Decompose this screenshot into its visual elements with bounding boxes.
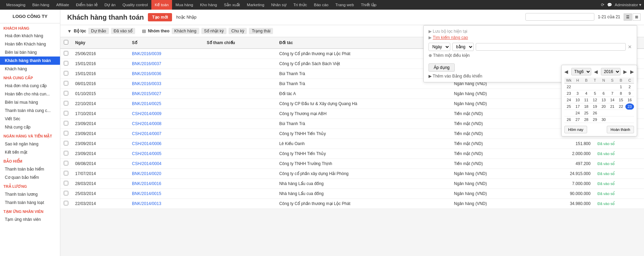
- nav-bao-cao[interactable]: Báo cáo: [311, 0, 332, 10]
- col-ngay[interactable]: Ngày: [72, 37, 129, 49]
- row-checkbox[interactable]: [60, 109, 72, 119]
- grid-view-button[interactable]: ⊞: [633, 13, 641, 21]
- table-row[interactable]: 22/10/2014 BNK/2014/0025 Công ty CP Đầu …: [60, 99, 644, 109]
- list-view-button[interactable]: ☰: [624, 13, 632, 21]
- nav-trang-web[interactable]: Trang web: [332, 0, 358, 10]
- cal-day-22[interactable]: 22: [617, 103, 625, 110]
- add-condition-link[interactable]: ⊕ Thêm một điều kiện: [429, 53, 632, 58]
- table-row[interactable]: 22/03/2014 BNK/2014/0013 Công ty Cổ phần…: [60, 199, 644, 209]
- row-checkbox[interactable]: [60, 59, 72, 69]
- cal-day-3[interactable]: 3: [573, 90, 582, 97]
- cal-prev-year[interactable]: ◀: [594, 69, 598, 74]
- cal-day-15[interactable]: 15: [617, 97, 625, 103]
- table-row[interactable]: 23/09/2014 CSH/2014/0007 Công ty TNHH Ti…: [60, 129, 644, 139]
- sidebar-item-hoa-don-ncc[interactable]: Hoá đơn nhà cung cấp: [0, 82, 60, 90]
- nav-ke-toan[interactable]: Kế toán: [151, 0, 172, 10]
- nav-ban-hang[interactable]: Bán hàng: [29, 0, 53, 10]
- cal-day-2[interactable]: 2: [625, 83, 634, 90]
- row-checkbox[interactable]: [60, 89, 72, 99]
- save-filter-link[interactable]: ▶: [429, 29, 433, 34]
- row-checkbox[interactable]: [60, 169, 72, 179]
- sidebar-item-hoa-don-kh[interactable]: Hoá đơn khách hàng: [0, 32, 60, 40]
- table-row[interactable]: 23/09/2014 CSH/2014/0005 Công ty TNHH Ti…: [60, 149, 644, 159]
- cal-day-10[interactable]: 10: [573, 97, 582, 103]
- cal-day-11[interactable]: 11: [582, 97, 591, 103]
- table-row[interactable]: 23/09/2014 CSH/2014/0008 Bùi Thanh Trà T…: [60, 119, 644, 129]
- row-checkbox[interactable]: [60, 179, 72, 189]
- row-checkbox[interactable]: [60, 129, 72, 139]
- table-row[interactable]: 25/03/2014 BNK/2014/0015 Nhà hàng Lẩu cu…: [60, 189, 644, 199]
- cal-year-select[interactable]: 2016: [601, 68, 621, 75]
- nav-admin-menu[interactable]: Administrator ▾: [615, 2, 641, 7]
- row-checkbox[interactable]: [60, 149, 72, 159]
- cal-day-7[interactable]: 7: [608, 90, 616, 97]
- table-row[interactable]: 17/07/2014 BNK/2014/0020 Công ty cổ phần…: [60, 169, 644, 179]
- nav-du-an[interactable]: Dự án: [101, 0, 119, 10]
- cal-day-4[interactable]: 4: [582, 90, 591, 97]
- nav-quality-control[interactable]: Quality control: [119, 0, 151, 10]
- nav-messaging[interactable]: Messaging: [3, 0, 29, 10]
- sidebar-item-ket-tien-mat[interactable]: Kết tiền mặt: [0, 148, 60, 156]
- sidebar-item-bien-lai-mh[interactable]: Biên lai mua hàng: [0, 98, 60, 106]
- sidebar-item-tt-hang-loat[interactable]: Thanh toán hàng loạt: [0, 198, 60, 207]
- import-button[interactable]: hoặc Nhập: [176, 15, 197, 20]
- nav-marketing[interactable]: Marketing: [243, 0, 268, 10]
- cal-day-6[interactable]: 6: [599, 90, 608, 97]
- nav-kho-hang[interactable]: Kho hàng: [197, 0, 220, 10]
- nav-tri-thuc[interactable]: Tri thức: [290, 0, 311, 10]
- row-checkbox[interactable]: [60, 79, 72, 89]
- nav-mua-hang[interactable]: Mua hàng: [172, 0, 197, 10]
- cal-day-1[interactable]: 1: [617, 83, 625, 90]
- sidebar-item-tam-ung-nv[interactable]: Tạm ứng nhân viên: [0, 215, 60, 224]
- cal-day-12[interactable]: 12: [591, 97, 599, 103]
- cal-day-29[interactable]: 29: [591, 116, 599, 123]
- adv-value-input[interactable]: [476, 43, 626, 51]
- cal-day-13[interactable]: 13: [599, 97, 608, 103]
- table-row[interactable]: 08/08/2014 CSH/2014/0004 Công ty TNHH Tr…: [60, 159, 644, 169]
- cal-day-9[interactable]: 9: [625, 90, 634, 97]
- row-checkbox[interactable]: [60, 119, 72, 129]
- nav-nhan-su[interactable]: Nhân sự: [268, 0, 290, 10]
- row-checkbox[interactable]: [60, 99, 72, 109]
- search-input[interactable]: [525, 13, 594, 21]
- cal-day-27[interactable]: 27: [573, 116, 582, 123]
- cal-day-23-today[interactable]: 23: [625, 103, 634, 110]
- apply-button[interactable]: Áp dụng: [429, 63, 455, 72]
- group-tag-tt[interactable]: Trạng thái: [249, 28, 273, 34]
- cal-next-month[interactable]: ▶: [630, 69, 634, 74]
- sidebar-item-hoan-tien-ncc[interactable]: Hoàn tiền cho nhà cun...: [0, 90, 60, 98]
- group-tag-kh[interactable]: Khách hàng: [172, 28, 199, 34]
- cal-day-26[interactable]: 26: [591, 110, 599, 116]
- cal-day-24[interactable]: 24: [573, 110, 582, 116]
- sidebar-item-hoan-tien-kh[interactable]: Hoàn tiền Khách hàng: [0, 40, 60, 48]
- sidebar-item-tt-bao-hiem[interactable]: Thanh toán bảo hiểm: [0, 165, 60, 173]
- nav-chat-icon[interactable]: 💬: [607, 2, 612, 7]
- table-row[interactable]: 23/09/2014 CSH/2014/0006 Lê Kiều Oanh Ti…: [60, 139, 644, 149]
- group-tag-ck[interactable]: Chu kỳ: [229, 28, 247, 34]
- row-checkbox[interactable]: [60, 49, 72, 59]
- cal-day-16[interactable]: 16: [625, 97, 634, 103]
- sidebar-item-co-quan-bh[interactable]: Cơ quan bảo hiểm: [0, 173, 60, 182]
- adv-operator[interactable]: bằng: [452, 43, 474, 51]
- today-button[interactable]: Hôm nay: [564, 126, 587, 133]
- cal-prev-month[interactable]: ◀: [564, 69, 568, 74]
- cal-day-8[interactable]: 8: [617, 90, 625, 97]
- cal-day-25[interactable]: 25: [582, 110, 591, 116]
- filter-tag-draft[interactable]: Dự thảo: [88, 28, 109, 34]
- table-row[interactable]: 28/03/2014 BNK/2014/0016 Nhà hàng Lẩu cu…: [60, 179, 644, 189]
- cal-day-17[interactable]: 17: [573, 103, 582, 110]
- nav-diem-ban-le[interactable]: Điểm bán lẻ: [72, 0, 101, 10]
- cal-month-select[interactable]: Thg6: [571, 68, 591, 75]
- row-checkbox[interactable]: [60, 159, 72, 169]
- cal-day-5[interactable]: 5: [591, 90, 599, 97]
- cal-day-21[interactable]: 21: [608, 103, 616, 110]
- create-button[interactable]: Tạo mới: [148, 13, 172, 21]
- save-filter-text[interactable]: Lưu bộ lọc hiện tại: [433, 29, 467, 34]
- advanced-search-link[interactable]: Tìm kiếm nâng cao: [433, 35, 468, 40]
- table-row[interactable]: 17/10/2014 CSH/2014/0009 Công ty Thương …: [60, 109, 644, 119]
- nav-thiet-lap[interactable]: Thiết lập: [358, 0, 380, 10]
- select-all-checkbox[interactable]: [60, 37, 72, 49]
- row-checkbox[interactable]: [60, 189, 72, 199]
- sidebar-item-khach-hang-tt[interactable]: Khách hàng thanh toán: [0, 57, 60, 65]
- row-checkbox[interactable]: [60, 139, 72, 149]
